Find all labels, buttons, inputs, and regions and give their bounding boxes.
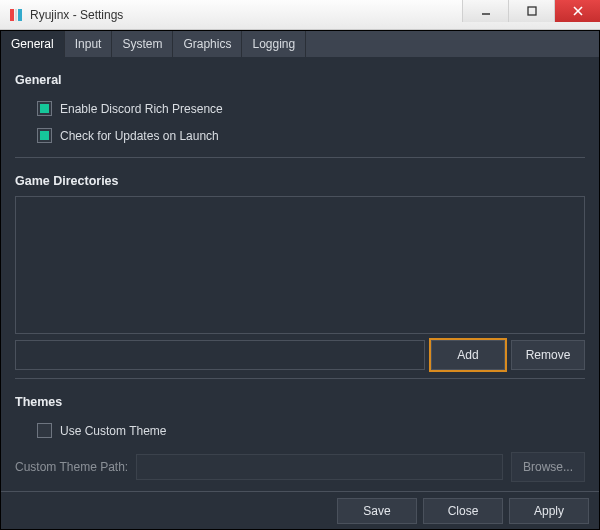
tab-system[interactable]: System: [112, 31, 173, 57]
maximize-button[interactable]: [508, 0, 554, 22]
titlebar[interactable]: Ryujinx - Settings: [0, 0, 600, 30]
use-custom-theme-label: Use Custom Theme: [60, 424, 166, 438]
tab-input[interactable]: Input: [65, 31, 113, 57]
discord-presence-checkbox[interactable]: [37, 101, 52, 116]
close-window-button[interactable]: [554, 0, 600, 22]
check-updates-checkbox[interactable]: [37, 128, 52, 143]
themes-heading: Themes: [15, 395, 585, 409]
minimize-button[interactable]: [462, 0, 508, 22]
svg-rect-0: [10, 9, 14, 21]
svg-rect-2: [18, 9, 22, 21]
svg-rect-4: [528, 7, 536, 15]
settings-window: Ryujinx - Settings General Input System …: [0, 0, 600, 530]
game-directories-controls: Add Remove: [15, 340, 585, 370]
divider: [15, 157, 585, 158]
use-custom-theme-row: Use Custom Theme: [37, 423, 585, 438]
game-directories-heading: Game Directories: [15, 174, 585, 188]
close-button[interactable]: Close: [423, 498, 503, 524]
discord-presence-label: Enable Discord Rich Presence: [60, 102, 223, 116]
svg-rect-1: [15, 9, 17, 21]
save-button[interactable]: Save: [337, 498, 417, 524]
window-title: Ryujinx - Settings: [30, 8, 462, 22]
content-pane: General Enable Discord Rich Presence Che…: [1, 57, 599, 491]
use-custom-theme-checkbox[interactable]: [37, 423, 52, 438]
game-directory-input[interactable]: [15, 340, 425, 370]
divider: [15, 378, 585, 379]
theme-path-row: Custom Theme Path: Browse...: [15, 452, 585, 482]
tab-logging[interactable]: Logging: [242, 31, 306, 57]
theme-path-input[interactable]: [136, 454, 503, 480]
check-updates-label: Check for Updates on Launch: [60, 129, 219, 143]
apply-button[interactable]: Apply: [509, 498, 589, 524]
tab-general[interactable]: General: [1, 31, 65, 57]
general-heading: General: [15, 73, 585, 87]
tab-graphics[interactable]: Graphics: [173, 31, 242, 57]
app-icon: [8, 7, 24, 23]
client-area: General Input System Graphics Logging Ge…: [0, 30, 600, 530]
check-updates-row: Check for Updates on Launch: [37, 128, 585, 143]
tab-strip: General Input System Graphics Logging: [1, 31, 599, 57]
add-directory-button[interactable]: Add: [431, 340, 505, 370]
discord-presence-row: Enable Discord Rich Presence: [37, 101, 585, 116]
theme-path-label: Custom Theme Path:: [15, 460, 128, 474]
footer-bar: Save Close Apply: [1, 491, 599, 529]
game-directories-list[interactable]: [15, 196, 585, 334]
browse-theme-button[interactable]: Browse...: [511, 452, 585, 482]
remove-directory-button[interactable]: Remove: [511, 340, 585, 370]
window-controls: [462, 0, 600, 29]
